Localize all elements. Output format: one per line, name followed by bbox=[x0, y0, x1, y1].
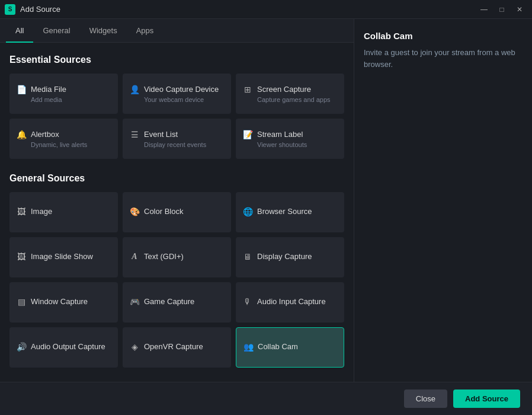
game-capture-icon: 🎮 bbox=[130, 297, 139, 307]
audio-input-capture-icon: 🎙 bbox=[243, 297, 252, 307]
tab-general[interactable]: General bbox=[33, 19, 79, 42]
tab-widgets[interactable]: Widgets bbox=[80, 19, 127, 42]
add-source-button[interactable]: Add Source bbox=[453, 390, 520, 408]
image-slide-show-icon: 🖼 bbox=[17, 252, 26, 261]
event-list-icon: ☰ bbox=[130, 130, 139, 139]
essential-sources-grid: 📄 Media File Add media 👤 Video Capture D… bbox=[9, 74, 344, 159]
source-card-openvr-capture[interactable]: ◈ OpenVR Capture bbox=[123, 327, 231, 368]
essential-sources-title: Essential Sources bbox=[9, 55, 344, 65]
general-sources-title: General Sources bbox=[9, 173, 344, 184]
window-controls: — □ ✕ bbox=[476, 4, 527, 15]
source-card-video-capture[interactable]: 👤 Video Capture Device Your webcam devic… bbox=[123, 74, 231, 114]
source-card-image[interactable]: 🖼 Image bbox=[9, 192, 118, 232]
close-button[interactable]: ✕ bbox=[512, 4, 527, 15]
source-card-color-block[interactable]: 🎨 Color Block bbox=[123, 192, 231, 232]
stream-label-icon: 📝 bbox=[243, 130, 252, 139]
general-sources-grid: 🖼 Image 🎨 Color Block 🌐 Browser Source bbox=[9, 192, 344, 368]
close-button[interactable]: Close bbox=[404, 390, 447, 408]
alertbox-icon: 🔔 bbox=[17, 130, 26, 139]
audio-output-capture-label: Audio Output Capture bbox=[31, 342, 105, 351]
source-card-window-capture[interactable]: ▤ Window Capture bbox=[9, 282, 118, 323]
video-capture-icon: 👤 bbox=[130, 85, 139, 94]
screen-capture-desc: Capture games and apps bbox=[243, 96, 337, 103]
source-card-image-slide-show[interactable]: 🖼 Image Slide Show bbox=[9, 237, 118, 277]
openvr-capture-icon: ◈ bbox=[130, 342, 139, 352]
tab-all[interactable]: All bbox=[6, 19, 33, 42]
event-list-desc: Display recent events bbox=[130, 141, 224, 148]
maximize-button[interactable]: □ bbox=[494, 4, 509, 15]
video-capture-label: Video Capture Device bbox=[144, 85, 219, 94]
image-label: Image bbox=[31, 207, 52, 216]
text-gdi-icon: A bbox=[130, 252, 139, 261]
color-block-icon: 🎨 bbox=[130, 207, 139, 216]
panel-title: Collab Cam bbox=[364, 31, 523, 41]
stream-label-label: Stream Label bbox=[257, 130, 303, 139]
image-slide-show-label: Image Slide Show bbox=[31, 252, 93, 261]
source-card-display-capture[interactable]: 🖥 Display Capture bbox=[236, 237, 344, 277]
video-capture-desc: Your webcam device bbox=[130, 96, 224, 103]
source-card-alertbox[interactable]: 🔔 Alertbox Dynamic, live alerts bbox=[9, 119, 118, 159]
source-list-content: Essential Sources 📄 Media File Add media… bbox=[0, 43, 354, 415]
browser-source-icon: 🌐 bbox=[243, 207, 252, 216]
game-capture-label: Game Capture bbox=[144, 297, 194, 306]
source-card-text-gdi[interactable]: A Text (GDI+) bbox=[123, 237, 231, 277]
title-bar: S Add Source — □ ✕ bbox=[0, 0, 532, 19]
browser-source-label: Browser Source bbox=[257, 207, 312, 216]
source-card-stream-label[interactable]: 📝 Stream Label Viewer shoutouts bbox=[236, 119, 344, 159]
main-layout: All General Widgets Apps Essential Sourc… bbox=[0, 19, 532, 415]
collab-cam-label: Collab Cam bbox=[258, 342, 298, 351]
minimize-button[interactable]: — bbox=[476, 4, 492, 15]
screen-capture-icon: ⊞ bbox=[243, 85, 252, 94]
media-file-icon: 📄 bbox=[17, 85, 26, 94]
audio-output-capture-icon: 🔊 bbox=[17, 342, 26, 352]
audio-input-capture-label: Audio Input Capture bbox=[257, 297, 326, 306]
event-list-label: Event List bbox=[144, 130, 178, 139]
left-panel: All General Widgets Apps Essential Sourc… bbox=[0, 19, 354, 415]
display-capture-label: Display Capture bbox=[257, 252, 312, 261]
text-gdi-label: Text (GDI+) bbox=[144, 252, 184, 261]
source-card-event-list[interactable]: ☰ Event List Display recent events bbox=[123, 119, 231, 159]
source-card-media-file[interactable]: 📄 Media File Add media bbox=[9, 74, 118, 114]
panel-desc: Invite a guest to join your stream from … bbox=[364, 47, 523, 70]
screen-capture-label: Screen Capture bbox=[257, 85, 311, 94]
app-icon: S bbox=[5, 4, 15, 15]
source-card-screen-capture[interactable]: ⊞ Screen Capture Capture games and apps bbox=[236, 74, 344, 114]
right-panel: Collab Cam Invite a guest to join your s… bbox=[354, 19, 532, 415]
collab-cam-icon: 👥 bbox=[243, 342, 253, 352]
window-title: Add Source bbox=[20, 5, 476, 14]
source-card-audio-input-capture[interactable]: 🎙 Audio Input Capture bbox=[236, 282, 344, 323]
tab-bar: All General Widgets Apps bbox=[0, 19, 354, 43]
source-card-collab-cam[interactable]: 👥 Collab Cam bbox=[236, 327, 344, 368]
openvr-capture-label: OpenVR Capture bbox=[144, 342, 203, 351]
alertbox-desc: Dynamic, live alerts bbox=[17, 141, 111, 148]
source-card-browser-source[interactable]: 🌐 Browser Source bbox=[236, 192, 344, 232]
bottom-bar: Close Add Source bbox=[0, 382, 532, 415]
media-file-label: Media File bbox=[31, 85, 66, 94]
display-capture-icon: 🖥 bbox=[243, 252, 252, 261]
color-block-label: Color Block bbox=[144, 207, 183, 216]
source-card-game-capture[interactable]: 🎮 Game Capture bbox=[123, 282, 231, 323]
stream-label-desc: Viewer shoutouts bbox=[243, 141, 337, 148]
alertbox-label: Alertbox bbox=[31, 130, 59, 139]
window-capture-icon: ▤ bbox=[17, 297, 26, 307]
media-file-desc: Add media bbox=[17, 96, 111, 103]
image-icon: 🖼 bbox=[17, 207, 26, 216]
window-capture-label: Window Capture bbox=[31, 297, 88, 306]
tab-apps[interactable]: Apps bbox=[127, 19, 164, 42]
source-card-audio-output-capture[interactable]: 🔊 Audio Output Capture bbox=[9, 327, 118, 368]
